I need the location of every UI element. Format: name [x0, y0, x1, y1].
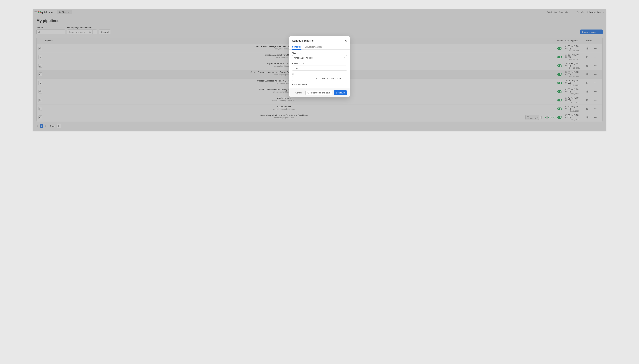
modal-tabs: Schedule CRON (advanced)	[289, 44, 350, 50]
tab-cron[interactable]: CRON (advanced)	[305, 44, 322, 50]
schedule-button[interactable]: Schedule	[334, 90, 347, 95]
repeat-value: hour	[294, 67, 298, 70]
clear-schedule-button[interactable]: Clear schedule and save	[305, 90, 332, 95]
modal-title: Schedule pipeline	[292, 39, 314, 42]
timezone-label: Time zone	[292, 52, 347, 54]
timezone-value: America/Los Angeles	[294, 57, 313, 59]
timezone-select[interactable]: America/Los Angeles	[292, 55, 347, 60]
at-helper: minutes past the hour	[321, 77, 341, 80]
schedule-summary: Runs every hour	[292, 83, 347, 86]
chevron-down-icon	[343, 67, 345, 69]
close-icon[interactable]: ✕	[345, 40, 347, 42]
modal-footer: Cancel Clear schedule and save Schedule	[289, 88, 350, 97]
at-select[interactable]: 00	[292, 76, 319, 81]
at-value: 00	[294, 77, 296, 80]
modal-overlay[interactable]: Schedule pipeline ✕ Schedule CRON (advan…	[33, 9, 606, 131]
tab-schedule[interactable]: Schedule	[292, 44, 301, 50]
repeat-select[interactable]: hour	[292, 66, 347, 71]
at-label: At	[292, 73, 347, 75]
chevron-down-icon	[316, 78, 318, 79]
repeat-label: Repeat every	[292, 62, 347, 65]
chevron-down-icon	[343, 57, 345, 58]
schedule-modal: Schedule pipeline ✕ Schedule CRON (advan…	[289, 36, 350, 97]
app-window: quickbase Pipelines Activity log Channel…	[33, 9, 606, 131]
cancel-button[interactable]: Cancel	[293, 90, 304, 95]
